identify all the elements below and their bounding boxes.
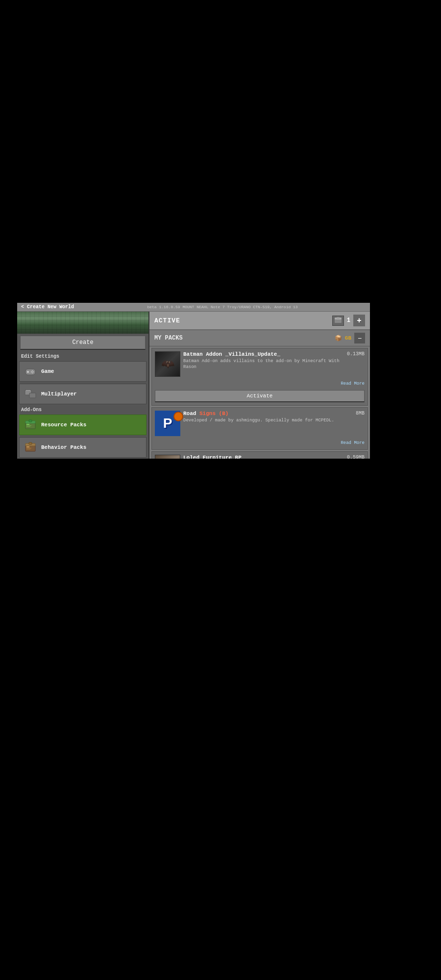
my-packs-bar: MY PACKS 📦 GB − [149,330,370,346]
batman-pack-name: Batman Addon _Villains_Update_ [183,351,344,357]
svg-rect-18 [29,442,32,444]
behavior-packs-icon [24,441,37,454]
svg-rect-24 [337,317,340,318]
furniture-pack-name: Loled Furniture BP [183,455,344,459]
svg-rect-2 [27,371,29,372]
batman-pack-meta: 0.13MB [347,351,365,357]
minecraft-ui: < Create New World beta 1.16.0.59 MOUNT … [17,303,370,459]
svg-rect-12 [29,420,32,422]
storage-label: GB [345,335,351,341]
svg-point-5 [31,371,32,372]
sidebar-item-resource-packs[interactable]: Resource Packs [19,415,147,435]
list-item: P Road Signs (B) Developed / made by ash… [151,407,368,450]
orange-dot-indicator [173,412,183,421]
road-pack-size: 8MB [356,411,365,416]
batman-pack-size: 0.13MB [347,351,365,357]
sidebar-item-multiplayer[interactable]: Multiplayer [19,384,147,404]
multiplayer-icon [24,387,37,401]
svg-point-4 [33,371,34,372]
svg-rect-8 [26,390,30,391]
furniture-pack-row: 🪑 Loled Furniture BP 0.59MB [155,455,365,459]
storage-icon: 📦 [335,335,342,342]
batman-pack-row: Batman Addon _Villains_Update_ Batman Ad… [155,351,365,377]
debug-text: beta 1.16.0.59 MOUNT NEAHL Note 7 Troy/U… [79,305,366,309]
add-ons-label: Add-Ons [17,405,148,414]
svg-rect-15 [26,426,30,427]
controller-icon [24,365,37,378]
road-pack-desc: Developed / made by ashminggu. Specially… [183,418,353,424]
svg-rect-20 [26,448,31,448]
multiplayer-label: Multiplayer [41,391,77,397]
active-bar: ACTIVE 1 + [149,312,370,330]
road-p-icon: P [163,416,172,431]
batman-pack-info: Batman Addon _Villains_Update_ Batman Ad… [183,351,344,370]
world-preview [17,312,148,334]
active-controls: 1 + [332,315,365,326]
svg-point-3 [32,370,33,371]
create-button[interactable]: Create [20,336,146,350]
svg-rect-13 [26,424,29,425]
road-pack-meta: 8MB [356,411,365,416]
batman-thumbnail [155,351,180,377]
game-label: Game [41,368,54,374]
right-panel: ACTIVE 1 + MY PACKS [149,312,370,459]
pack-count: 1 [347,317,350,324]
sidebar-item-behavior-packs[interactable]: Behavior Packs [19,437,147,458]
road-pack-info: Road Signs (B) Developed / made by ashmi… [183,411,353,424]
resource-packs-icon [24,418,37,432]
batman-read-more-link[interactable]: Read More [341,381,365,386]
list-item: 🪑 Loled Furniture BP 0.59MB [151,451,368,459]
batman-pack-desc: Batman Add-on adds villains to the add-o… [183,359,344,370]
resource-packs-label: Resource Packs [41,422,86,428]
road-read-more-link[interactable]: Read More [341,441,365,445]
edit-settings-label: Edit Settings [17,352,148,360]
svg-point-6 [32,372,33,373]
road-pack-row: P Road Signs (B) Developed / made by ash… [155,411,365,436]
add-pack-button[interactable]: + [353,315,365,326]
pack-count-icon [332,316,344,326]
svg-rect-14 [26,425,31,426]
furniture-pack-info: Loled Furniture BP [183,455,344,459]
top-bar: < Create New World beta 1.16.0.59 MOUNT … [17,303,370,312]
svg-rect-19 [26,446,29,447]
batman-read-more-container: Read More [155,378,365,387]
pack-list: Batman Addon _Villains_Update_ Batman Ad… [149,346,370,459]
road-read-more-container: Read More [155,438,365,446]
main-content: Create Edit Settings Game [17,312,370,459]
road-pack-highlight: Signs (B) [199,411,228,416]
active-label: ACTIVE [154,317,180,324]
furniture-pack-meta: 0.59MB [347,455,365,459]
furniture-pack-size: 0.59MB [347,455,365,459]
road-pack-name: Road Signs (B) [183,411,353,416]
furniture-thumbnail: 🪑 [155,455,180,459]
back-button[interactable]: < Create New World [21,304,74,310]
list-item: Batman Addon _Villains_Update_ Batman Ad… [151,348,368,406]
svg-rect-9 [29,393,36,398]
left-panel: Create Edit Settings Game [17,312,149,459]
behavior-packs-label: Behavior Packs [41,444,86,450]
my-packs-controls: 📦 GB − [335,333,365,343]
collapse-button[interactable]: − [354,333,365,343]
activate-button[interactable]: Activate [155,390,365,402]
my-packs-label: MY PACKS [154,335,183,342]
svg-rect-21 [26,449,30,449]
sidebar-item-game[interactable]: Game [19,361,147,382]
